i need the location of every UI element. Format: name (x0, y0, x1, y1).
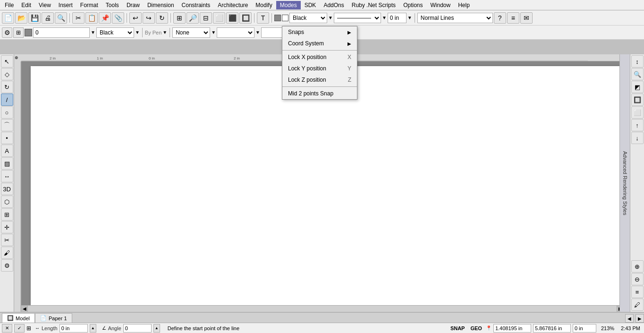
none-select[interactable]: None (172, 27, 210, 38)
move-tool[interactable]: ✛ (1, 221, 13, 233)
menu-ruby[interactable]: Ruby .Net Scripts (348, 1, 399, 9)
tab-scroll-left[interactable]: ◀ (625, 314, 634, 323)
menu-item-lock-z[interactable]: Lock Z position Z (282, 74, 357, 85)
length-input[interactable] (59, 324, 88, 333)
undo-button[interactable]: ↩ (129, 12, 142, 24)
menu-help[interactable]: Help (454, 1, 474, 9)
coord-z-input[interactable] (573, 324, 596, 333)
save-button[interactable]: 💾 (28, 12, 41, 24)
menu-item-lock-x[interactable]: Lock X position X (282, 51, 357, 63)
coord-x-input[interactable] (493, 324, 531, 333)
line-style-arrow[interactable]: ▼ (382, 15, 387, 20)
right-btn9[interactable]: ⊖ (631, 273, 644, 285)
menu-edit[interactable]: Edit (17, 1, 35, 9)
extra-arrow1[interactable]: ▼ (255, 30, 260, 35)
surface-tool[interactable]: ⬡ (1, 196, 13, 208)
new-button[interactable]: 📄 (2, 12, 14, 24)
tab-model[interactable]: 🔲 Model (2, 313, 35, 323)
arc-tool[interactable]: ⌒ (1, 119, 13, 131)
extra-select1[interactable] (217, 27, 254, 38)
print-preview-button[interactable]: 🔍 (55, 12, 67, 24)
zoom-real-button[interactable]: 🔲 (239, 12, 252, 24)
nl-btn1[interactable]: ? (494, 12, 506, 24)
window-zoom-button[interactable]: ⬜ (213, 12, 225, 24)
rotate-tool[interactable]: ↻ (1, 81, 13, 93)
menu-item-mid2[interactable]: Mid 2 points Snap (282, 88, 357, 99)
menu-modes[interactable]: Modes (276, 1, 301, 9)
none-arrow[interactable]: ▼ (211, 30, 216, 35)
menu-dimension[interactable]: Dimension (144, 1, 178, 9)
rendering-styles-panel[interactable]: Advanced Rendering Styles (619, 54, 630, 312)
menu-format[interactable]: Format (76, 1, 102, 9)
paste-button[interactable]: 📌 (99, 12, 111, 24)
width-arrow[interactable]: ▼ (407, 15, 412, 20)
right-btn6[interactable]: ↑ (631, 119, 644, 131)
paste-special-button[interactable]: 📎 (112, 12, 124, 24)
layer-input[interactable] (33, 27, 90, 38)
zoom-select-button[interactable]: 🔎 (186, 12, 199, 24)
color-select[interactable]: Black (289, 13, 327, 23)
circle-tool[interactable]: ○ (1, 106, 13, 119)
color-dropdown-arrow[interactable]: ▼ (328, 15, 333, 20)
menu-sdk[interactable]: SDK (301, 1, 320, 9)
menu-constraints[interactable]: Constraints (178, 1, 214, 9)
menu-tools[interactable]: Tools (102, 1, 123, 9)
menu-addons[interactable]: AddOns (320, 1, 347, 9)
normal-lines-select[interactable]: Normal Lines (417, 13, 493, 23)
dimension-tool[interactable]: ↔ (1, 170, 13, 182)
redo2-button[interactable]: ↻ (156, 12, 168, 24)
select-tool[interactable]: ↖ (1, 55, 13, 68)
menu-window[interactable]: Window (426, 1, 454, 9)
menu-draw[interactable]: Draw (123, 1, 144, 9)
settings2-tool[interactable]: ⚙ (1, 259, 13, 272)
paint-tool[interactable]: 🖌 (1, 247, 13, 259)
menu-architecture[interactable]: Architecture (214, 1, 252, 9)
tab-scroll-right[interactable]: ▶ (636, 314, 644, 323)
nl-btn3[interactable]: ✉ (520, 12, 533, 24)
text-button[interactable]: T (257, 12, 269, 24)
right-btn11[interactable]: 🖊 (631, 299, 644, 311)
cut-button[interactable]: ✂ (72, 12, 85, 24)
right-btn7[interactable]: ↓ (631, 132, 644, 144)
menu-insert[interactable]: Insert (55, 1, 76, 9)
cancel-action-btn[interactable]: ✕ (2, 324, 12, 333)
settings-btn[interactable]: ⚙ (2, 27, 12, 38)
zoom-extents-button[interactable]: ⊞ (173, 12, 186, 24)
line-width-input[interactable] (388, 13, 407, 23)
tb2-color-select[interactable]: Black (96, 27, 134, 38)
redo-button[interactable]: ↪ (143, 12, 155, 24)
menu-modify[interactable]: Modify (252, 1, 276, 9)
by-pen-arrow[interactable]: ▼ (162, 30, 167, 35)
grid-tool[interactable]: ⊞ (1, 208, 13, 221)
menu-item-lock-y[interactable]: Lock Y position Y (282, 63, 357, 74)
text-tool[interactable]: A (1, 145, 13, 157)
right-btn8[interactable]: ⊕ (631, 260, 644, 273)
menu-view[interactable]: View (35, 1, 55, 9)
scroll-left-btn[interactable]: ◀ (21, 306, 28, 312)
knife-tool[interactable]: ✂ (1, 234, 13, 246)
line-style-select[interactable]: —————— (334, 13, 381, 23)
right-btn2[interactable]: 🔍 (631, 68, 644, 80)
menu-item-coord-system[interactable]: Coord System (282, 38, 357, 49)
dot-tool[interactable]: • (1, 132, 13, 144)
angle-input[interactable] (123, 324, 152, 333)
node-tool[interactable]: ◇ (1, 68, 13, 80)
zoom-custom-button[interactable]: ⊟ (200, 12, 212, 24)
menu-item-snaps[interactable]: Snaps (282, 26, 357, 38)
length-up[interactable]: ▲ (90, 324, 96, 333)
tab-paper1[interactable]: 📄 Paper 1 (35, 313, 72, 323)
right-btn4[interactable]: 🔲 (631, 94, 644, 106)
right-btn1[interactable]: ↕ (631, 55, 644, 68)
angle-up[interactable]: ▲ (153, 324, 160, 333)
layer-arrow[interactable]: ▼ (91, 30, 95, 35)
nl-btn2[interactable]: ≡ (507, 12, 519, 24)
right-btn5[interactable]: ⬜ (631, 106, 644, 119)
pan-button[interactable]: ⬛ (226, 12, 238, 24)
menu-options[interactable]: Options (399, 1, 426, 9)
hatch-tool[interactable]: ▨ (1, 157, 13, 170)
line-tool[interactable]: / (1, 94, 13, 106)
open-button[interactable]: 📂 (15, 12, 27, 24)
right-btn10[interactable]: ≡ (631, 286, 644, 298)
3d-tool[interactable]: 3D (1, 183, 13, 195)
right-btn3[interactable]: ◩ (631, 81, 644, 93)
